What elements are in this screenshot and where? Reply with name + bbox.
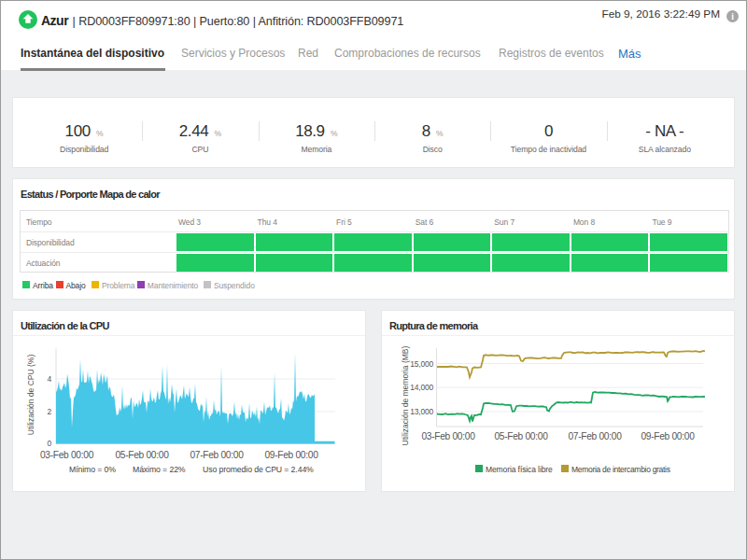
svg-text:i: i [731,12,734,21]
